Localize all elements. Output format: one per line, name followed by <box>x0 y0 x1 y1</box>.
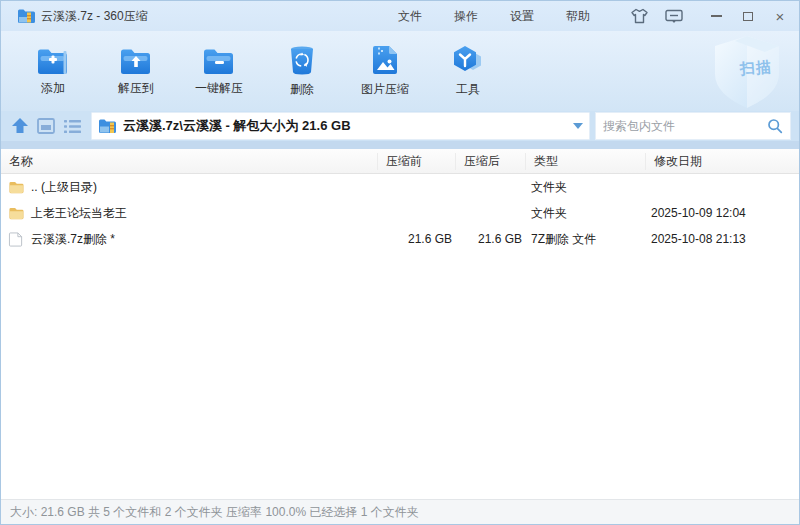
tools-hexagon-icon <box>451 44 485 76</box>
column-header-type[interactable]: 类型 <box>526 153 646 170</box>
tool-label: 解压到 <box>118 80 154 97</box>
navigation-bar: 云溪溪.7z\云溪溪 - 解包大小为 21.6 GB <box>1 111 799 141</box>
divider-band <box>1 141 799 149</box>
preview-pane-button[interactable] <box>33 114 59 138</box>
list-view-icon <box>63 119 82 134</box>
delete-button[interactable]: 删除 <box>264 35 340 107</box>
table-row[interactable]: 云溪溪.7z删除 *21.6 GB21.6 GB7Z删除 文件2025-10-0… <box>1 226 799 252</box>
add-button[interactable]: 添加 <box>15 35 91 107</box>
address-bar[interactable]: 云溪溪.7z\云溪溪 - 解包大小为 21.6 GB <box>91 112 590 140</box>
tool-label: 添加 <box>41 80 65 97</box>
menu-settings[interactable]: 设置 <box>508 4 536 29</box>
folder-oneclick-icon <box>202 45 236 75</box>
title-bar: 云溪溪.7z - 360压缩 文件 操作 设置 帮助 <box>1 1 799 31</box>
folder-extract-icon <box>119 45 153 75</box>
one-click-extract-button[interactable]: 一键解压 <box>181 35 257 107</box>
toolbar: 添加 解压到 一键解压 删除 <box>1 31 799 111</box>
menu-help[interactable]: 帮助 <box>564 4 592 29</box>
list-view-button[interactable] <box>59 114 85 138</box>
file-type: 7Z删除 文件 <box>526 231 646 248</box>
column-header-size-before[interactable]: 压缩前 <box>378 153 456 170</box>
app-logo-icon <box>17 8 35 24</box>
column-header-date[interactable]: 修改日期 <box>646 153 800 170</box>
archive-icon <box>98 118 116 134</box>
status-text: 大小: 21.6 GB 共 5 个文件和 2 个文件夹 压缩率 100.0% 已… <box>10 504 419 521</box>
tools-button[interactable]: 工具 <box>430 35 506 107</box>
tool-label: 图片压缩 <box>361 81 409 98</box>
search-input[interactable] <box>603 119 767 133</box>
tool-label: 一键解压 <box>195 80 243 97</box>
address-path: 云溪溪.7z\云溪溪 - 解包大小为 21.6 GB <box>123 117 567 135</box>
menu-bar: 文件 操作 设置 帮助 <box>396 4 592 29</box>
menu-file[interactable]: 文件 <box>396 4 424 29</box>
preview-pane-icon <box>37 118 55 134</box>
skin-theme-icon[interactable] <box>630 8 649 24</box>
table-row[interactable]: 上老王论坛当老王文件夹2025-10-09 12:04 <box>1 200 799 226</box>
file-name: 云溪溪.7z删除 * <box>31 231 115 248</box>
extract-to-button[interactable]: 解压到 <box>98 35 174 107</box>
column-header-name[interactable]: 名称 <box>1 153 378 170</box>
minimize-button[interactable] <box>705 5 727 27</box>
size-before: 21.6 GB <box>378 232 456 246</box>
folder-icon <box>8 206 24 221</box>
up-arrow-icon <box>10 117 30 135</box>
folder-add-icon <box>36 45 70 75</box>
maximize-button[interactable] <box>737 5 759 27</box>
window-title: 云溪溪.7z - 360压缩 <box>41 8 148 25</box>
column-header-size-after[interactable]: 压缩后 <box>456 153 526 170</box>
trash-recycle-icon <box>287 44 317 76</box>
tool-label: 删除 <box>290 81 314 98</box>
search-icon[interactable] <box>767 118 783 134</box>
file-icon <box>8 232 24 247</box>
file-type: 文件夹 <box>526 179 646 196</box>
window-controls: × <box>705 5 791 27</box>
modified-date: 2025-10-09 12:04 <box>646 206 799 220</box>
file-list: .. (上级目录)文件夹上老王论坛当老王文件夹2025-10-09 12:04云… <box>1 174 799 499</box>
modified-date: 2025-10-08 21:13 <box>646 232 799 246</box>
status-bar: 大小: 21.6 GB 共 5 个文件和 2 个文件夹 压缩率 100.0% 已… <box>1 499 799 524</box>
address-dropdown-icon[interactable] <box>573 123 583 129</box>
table-header: 名称 压缩前 压缩后 类型 修改日期 <box>1 149 799 174</box>
feedback-icon[interactable] <box>665 9 683 24</box>
size-after: 21.6 GB <box>456 232 526 246</box>
file-type: 文件夹 <box>526 205 646 222</box>
table-row[interactable]: .. (上级目录)文件夹 <box>1 174 799 200</box>
image-compress-icon <box>371 44 399 76</box>
scan-badge-label: 扫描 <box>739 58 772 79</box>
image-compress-button[interactable]: 图片压缩 <box>347 35 423 107</box>
tool-label: 工具 <box>456 81 480 98</box>
close-button[interactable]: × <box>769 5 791 27</box>
file-name: .. (上级目录) <box>31 179 97 196</box>
app-window: 云溪溪.7z - 360压缩 文件 操作 设置 帮助 <box>0 0 800 525</box>
folder-icon <box>8 180 24 195</box>
file-name: 上老王论坛当老王 <box>31 205 127 222</box>
search-box <box>595 112 791 140</box>
up-directory-button[interactable] <box>7 114 33 138</box>
titlebar-extra-icons <box>630 8 683 24</box>
menu-actions[interactable]: 操作 <box>452 4 480 29</box>
